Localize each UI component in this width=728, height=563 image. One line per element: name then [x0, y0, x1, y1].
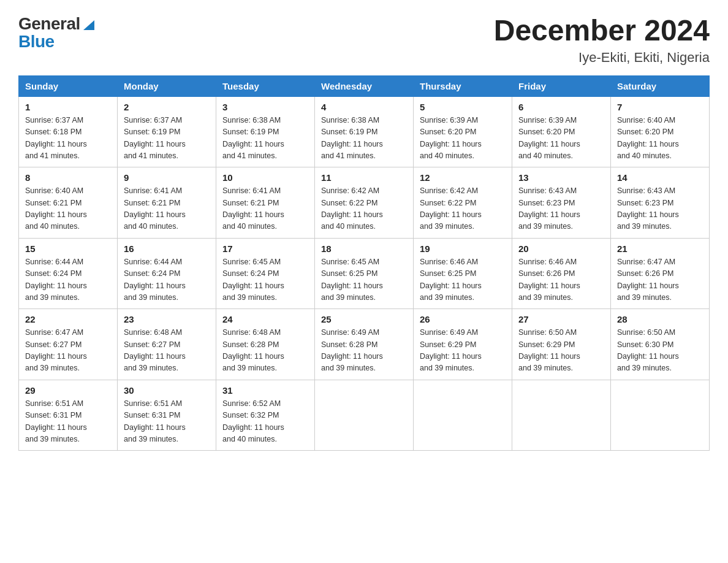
day-number: 5: [420, 102, 506, 112]
calendar-cell: 6 Sunrise: 6:39 AM Sunset: 6:20 PM Dayli…: [512, 96, 611, 167]
day-number: 6: [518, 102, 604, 112]
day-info: Sunrise: 6:51 AM Sunset: 6:31 PM Dayligh…: [25, 398, 111, 446]
weekday-header-wednesday: Wednesday: [315, 75, 414, 96]
svg-marker-0: [83, 20, 94, 30]
day-info: Sunrise: 6:48 AM Sunset: 6:28 PM Dayligh…: [222, 327, 308, 375]
day-info: Sunrise: 6:42 AM Sunset: 6:22 PM Dayligh…: [321, 185, 407, 233]
calendar-cell: 26 Sunrise: 6:49 AM Sunset: 6:29 PM Dayl…: [414, 309, 512, 380]
title-block: December 2024 Iye-Ekiti, Ekiti, Nigeria: [494, 15, 710, 66]
calendar-cell: 9 Sunrise: 6:41 AM Sunset: 6:21 PM Dayli…: [118, 167, 216, 239]
calendar-week-row: 8 Sunrise: 6:40 AM Sunset: 6:21 PM Dayli…: [19, 167, 710, 239]
weekday-header-saturday: Saturday: [611, 75, 710, 96]
calendar-cell: 12 Sunrise: 6:42 AM Sunset: 6:22 PM Dayl…: [414, 167, 512, 239]
calendar-cell: 22 Sunrise: 6:47 AM Sunset: 6:27 PM Dayl…: [19, 309, 118, 380]
day-number: 23: [124, 314, 210, 324]
calendar-cell: 31 Sunrise: 6:52 AM Sunset: 6:32 PM Dayl…: [216, 380, 315, 451]
day-info: Sunrise: 6:43 AM Sunset: 6:23 PM Dayligh…: [518, 185, 604, 233]
day-info: Sunrise: 6:50 AM Sunset: 6:30 PM Dayligh…: [617, 327, 703, 375]
day-number: 17: [222, 243, 308, 254]
calendar-header-row: SundayMondayTuesdayWednesdayThursdayFrid…: [19, 75, 710, 96]
day-number: 1: [25, 102, 111, 112]
day-number: 11: [321, 172, 407, 183]
day-number: 27: [518, 314, 604, 324]
calendar-week-row: 22 Sunrise: 6:47 AM Sunset: 6:27 PM Dayl…: [19, 309, 710, 380]
day-info: Sunrise: 6:39 AM Sunset: 6:20 PM Dayligh…: [420, 115, 506, 163]
day-number: 21: [617, 243, 703, 254]
day-number: 13: [518, 172, 604, 183]
calendar-week-row: 1 Sunrise: 6:37 AM Sunset: 6:18 PM Dayli…: [19, 96, 710, 167]
day-number: 15: [25, 243, 111, 254]
calendar-cell: 11 Sunrise: 6:42 AM Sunset: 6:22 PM Dayl…: [315, 167, 414, 239]
day-info: Sunrise: 6:49 AM Sunset: 6:29 PM Dayligh…: [420, 327, 506, 375]
day-info: Sunrise: 6:40 AM Sunset: 6:20 PM Dayligh…: [617, 115, 703, 163]
day-number: 31: [222, 385, 308, 396]
day-number: 19: [420, 243, 506, 254]
day-number: 8: [25, 172, 111, 183]
calendar-cell: 7 Sunrise: 6:40 AM Sunset: 6:20 PM Dayli…: [611, 96, 710, 167]
weekday-header-monday: Monday: [118, 75, 216, 96]
day-number: 29: [25, 385, 111, 396]
day-number: 4: [321, 102, 407, 112]
day-info: Sunrise: 6:43 AM Sunset: 6:23 PM Dayligh…: [617, 185, 703, 233]
day-number: 28: [617, 314, 703, 324]
calendar-cell: 30 Sunrise: 6:51 AM Sunset: 6:31 PM Dayl…: [118, 380, 216, 451]
day-info: Sunrise: 6:40 AM Sunset: 6:21 PM Dayligh…: [25, 185, 111, 233]
calendar-cell: 2 Sunrise: 6:37 AM Sunset: 6:19 PM Dayli…: [118, 96, 216, 167]
weekday-header-thursday: Thursday: [414, 75, 512, 96]
logo-general-text: General: [18, 15, 80, 33]
day-info: Sunrise: 6:49 AM Sunset: 6:28 PM Dayligh…: [321, 327, 407, 375]
day-number: 12: [420, 172, 506, 183]
calendar-cell: 8 Sunrise: 6:40 AM Sunset: 6:21 PM Dayli…: [19, 167, 118, 239]
page-header: General Blue December 2024 Iye-Ekiti, Ek…: [18, 15, 710, 66]
day-number: 30: [124, 385, 210, 396]
calendar-cell: 15 Sunrise: 6:44 AM Sunset: 6:24 PM Dayl…: [19, 238, 118, 309]
calendar-table: SundayMondayTuesdayWednesdayThursdayFrid…: [18, 75, 710, 451]
day-number: 10: [222, 172, 308, 183]
calendar-cell: 1 Sunrise: 6:37 AM Sunset: 6:18 PM Dayli…: [19, 96, 118, 167]
day-number: 3: [222, 102, 308, 112]
calendar-cell: [414, 380, 512, 451]
calendar-cell: 3 Sunrise: 6:38 AM Sunset: 6:19 PM Dayli…: [216, 96, 315, 167]
location-subtitle: Iye-Ekiti, Ekiti, Nigeria: [494, 50, 710, 66]
calendar-cell: [512, 380, 611, 451]
day-number: 7: [617, 102, 703, 112]
calendar-cell: 16 Sunrise: 6:44 AM Sunset: 6:24 PM Dayl…: [118, 238, 216, 309]
calendar-cell: 19 Sunrise: 6:46 AM Sunset: 6:25 PM Dayl…: [414, 238, 512, 309]
month-year-title: December 2024: [494, 15, 710, 47]
day-info: Sunrise: 6:38 AM Sunset: 6:19 PM Dayligh…: [222, 115, 308, 163]
day-info: Sunrise: 6:45 AM Sunset: 6:25 PM Dayligh…: [321, 256, 407, 304]
weekday-header-friday: Friday: [512, 75, 611, 96]
day-number: 25: [321, 314, 407, 324]
weekday-header-sunday: Sunday: [19, 75, 118, 96]
logo-blue-text: Blue: [18, 33, 96, 50]
calendar-cell: 14 Sunrise: 6:43 AM Sunset: 6:23 PM Dayl…: [611, 167, 710, 239]
calendar-cell: 27 Sunrise: 6:50 AM Sunset: 6:29 PM Dayl…: [512, 309, 611, 380]
calendar-cell: 24 Sunrise: 6:48 AM Sunset: 6:28 PM Dayl…: [216, 309, 315, 380]
logo-triangle-icon: [82, 18, 96, 31]
day-number: 9: [124, 172, 210, 183]
calendar-cell: 25 Sunrise: 6:49 AM Sunset: 6:28 PM Dayl…: [315, 309, 414, 380]
calendar-cell: 20 Sunrise: 6:46 AM Sunset: 6:26 PM Dayl…: [512, 238, 611, 309]
day-info: Sunrise: 6:39 AM Sunset: 6:20 PM Dayligh…: [518, 115, 604, 163]
day-info: Sunrise: 6:45 AM Sunset: 6:24 PM Dayligh…: [222, 256, 308, 304]
calendar-cell: 4 Sunrise: 6:38 AM Sunset: 6:19 PM Dayli…: [315, 96, 414, 167]
calendar-cell: 23 Sunrise: 6:48 AM Sunset: 6:27 PM Dayl…: [118, 309, 216, 380]
day-info: Sunrise: 6:47 AM Sunset: 6:27 PM Dayligh…: [25, 327, 111, 375]
weekday-header-tuesday: Tuesday: [216, 75, 315, 96]
day-number: 16: [124, 243, 210, 254]
calendar-cell: 21 Sunrise: 6:47 AM Sunset: 6:26 PM Dayl…: [611, 238, 710, 309]
day-info: Sunrise: 6:44 AM Sunset: 6:24 PM Dayligh…: [124, 256, 210, 304]
day-info: Sunrise: 6:46 AM Sunset: 6:25 PM Dayligh…: [420, 256, 506, 304]
day-info: Sunrise: 6:52 AM Sunset: 6:32 PM Dayligh…: [222, 398, 308, 446]
day-info: Sunrise: 6:38 AM Sunset: 6:19 PM Dayligh…: [321, 115, 407, 163]
day-number: 2: [124, 102, 210, 112]
calendar-cell: 18 Sunrise: 6:45 AM Sunset: 6:25 PM Dayl…: [315, 238, 414, 309]
calendar-cell: [315, 380, 414, 451]
day-number: 14: [617, 172, 703, 183]
day-info: Sunrise: 6:51 AM Sunset: 6:31 PM Dayligh…: [124, 398, 210, 446]
day-number: 24: [222, 314, 308, 324]
calendar-cell: 28 Sunrise: 6:50 AM Sunset: 6:30 PM Dayl…: [611, 309, 710, 380]
calendar-cell: 17 Sunrise: 6:45 AM Sunset: 6:24 PM Dayl…: [216, 238, 315, 309]
day-number: 18: [321, 243, 407, 254]
day-info: Sunrise: 6:46 AM Sunset: 6:26 PM Dayligh…: [518, 256, 604, 304]
